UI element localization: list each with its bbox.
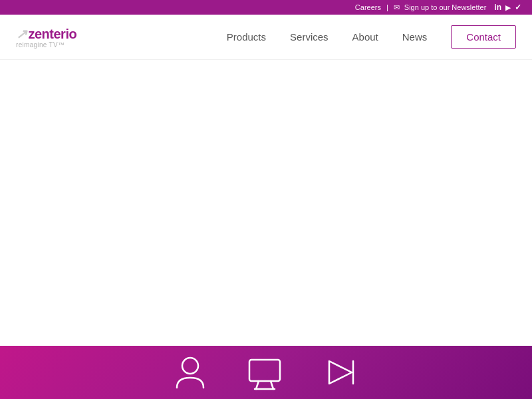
top-bar-divider: | — [386, 3, 388, 11]
svg-marker-5 — [329, 361, 352, 384]
svg-point-0 — [182, 358, 198, 374]
careers-link[interactable]: Careers — [355, 3, 381, 11]
logo: ↗zenterio — [16, 25, 76, 43]
main-nav: ↗zenterio reimagine TV™ Products Service… — [0, 15, 532, 60]
main-content — [0, 60, 532, 366]
svg-line-2 — [256, 381, 259, 389]
newsletter-link[interactable]: ✉ Sign up to our Newsletter — [394, 3, 487, 12]
footer-icon-2 — [247, 354, 283, 391]
logo-text: zenterio — [29, 27, 77, 41]
logo-area: ↗zenterio reimagine TV™ — [16, 25, 76, 49]
profile-icon — [174, 354, 207, 391]
footer-icon-1 — [174, 354, 207, 391]
nav-link-about[interactable]: About — [352, 31, 378, 43]
svg-rect-1 — [249, 360, 280, 381]
linkedin-icon[interactable]: in — [494, 3, 501, 12]
nav-link-products[interactable]: Products — [227, 31, 266, 43]
twitter-icon[interactable]: ✓ — [515, 3, 521, 12]
contact-button[interactable]: Contact — [451, 25, 516, 49]
logo-arrow: ↗ — [16, 27, 27, 41]
nav-link-services[interactable]: Services — [290, 31, 329, 43]
nav-links: Products Services About News Contact — [227, 25, 516, 49]
footer-icon-3 — [323, 356, 358, 389]
email-icon: ✉ — [394, 3, 400, 12]
careers-label: Careers — [355, 3, 381, 11]
vimeo-icon[interactable]: ▶ — [505, 4, 511, 11]
tv-icon — [247, 354, 283, 391]
social-icons: in ▶ ✓ — [494, 3, 521, 12]
svg-line-3 — [271, 381, 273, 389]
footer-bar — [0, 346, 532, 399]
logo-tagline: reimagine TV™ — [16, 41, 65, 49]
arrow-icon — [323, 356, 358, 389]
newsletter-label: Sign up to our Newsletter — [404, 3, 487, 11]
top-bar: Careers | ✉ Sign up to our Newsletter in… — [0, 0, 532, 15]
nav-link-news[interactable]: News — [402, 31, 428, 43]
